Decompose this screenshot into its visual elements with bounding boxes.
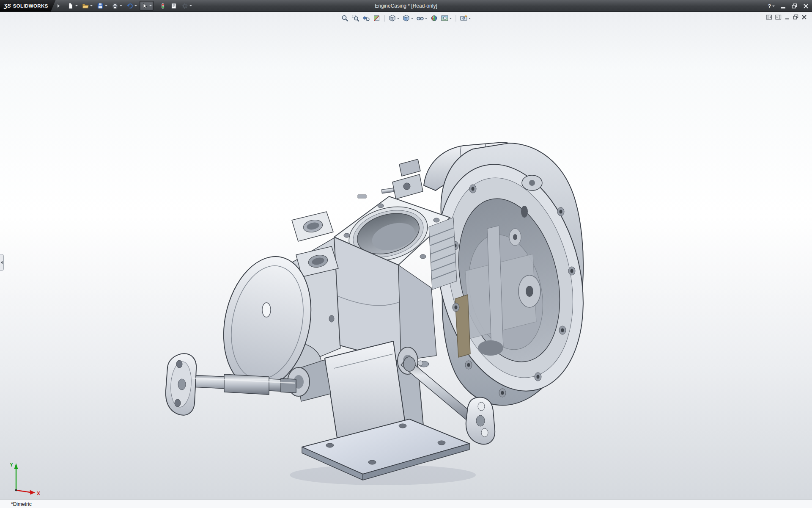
model-base-plate[interactable] [290,419,476,485]
save-button[interactable] [95,1,109,11]
rebuild-button[interactable] [158,1,168,11]
window-controls: ? [768,0,809,12]
open-dropdown-icon[interactable] [90,5,93,6]
doc-close-button[interactable] [801,14,807,20]
previous-view-button[interactable] [362,14,371,22]
edit-appearance-ball-icon [431,14,438,22]
open-folder-icon [82,3,89,9]
toolbar-separator [456,15,456,22]
restore-window-button[interactable] [790,2,798,10]
show-left-pane-button[interactable] [766,14,772,20]
solidworks-logo-mark: ƷS [4,3,11,9]
zoom-to-fit-button[interactable] [340,14,350,22]
graphics-area[interactable]: Y X [0,12,812,500]
zoom-to-area-icon [352,14,359,22]
solidworks-logo[interactable]: ƷS SOLIDWORKS [0,0,56,12]
view-orientation-cube-icon [389,14,396,22]
document-title: EngineCasing * [Read-only] [375,0,437,12]
document-window-controls [766,14,807,20]
main-toolbar [66,1,194,11]
view-settings-dropdown-icon[interactable] [469,18,471,19]
view-orientation-button[interactable] [388,14,401,22]
apply-scene-dropdown-icon[interactable] [450,18,452,19]
doc-minimize-icon [785,14,790,20]
rebuild-traffic-light-icon [159,3,166,9]
doc-close-icon [801,14,807,20]
save-icon [97,3,104,9]
new-document-button[interactable] [66,1,80,11]
display-style-icon [403,14,410,22]
zoom-to-area-button[interactable] [351,14,360,22]
print-icon [112,3,118,9]
apply-scene-icon [441,14,449,22]
doc-minimize-button[interactable] [785,14,790,20]
reference-triad: Y X [7,457,45,499]
new-document-icon [67,3,74,9]
display-style-dropdown-icon[interactable] [411,18,414,19]
headsup-view-toolbar [340,14,472,22]
view-orientation-label: *Dimetric [11,501,32,507]
close-icon [803,3,809,9]
new-document-dropdown-icon[interactable] [75,5,78,6]
hide-show-items-button[interactable] [416,14,428,22]
view-settings-icon [460,14,468,22]
solidworks-logo-text: SOLIDWORKS [13,3,48,8]
help-icon: ? [768,3,771,9]
view-settings-button[interactable] [459,14,472,22]
help-dropdown-icon[interactable] [772,6,775,7]
chevron-left-icon [1,261,3,264]
featuremanager-flyout-handle[interactable] [0,254,4,271]
select-dropdown-icon[interactable] [149,5,152,6]
restore-icon [792,3,797,9]
section-view-icon [373,14,381,22]
hide-show-items-glasses-icon [417,14,424,22]
file-properties-button[interactable] [169,1,179,11]
options-gear-icon [181,3,188,9]
undo-icon [126,3,133,9]
help-button[interactable]: ? [768,2,775,10]
triad-y-label: Y [10,462,13,468]
options-button[interactable] [180,1,194,11]
titlebar: ƷS SOLIDWORKS [0,0,812,12]
engine-casing-model[interactable] [0,12,812,500]
show-right-pane-icon [775,14,782,20]
edit-appearance-button[interactable] [430,14,439,22]
print-dropdown-icon[interactable] [120,5,122,6]
model-rocker-bracket[interactable] [358,159,423,199]
undo-dropdown-icon[interactable] [134,5,137,6]
previous-view-icon [362,14,370,22]
doc-restore-button[interactable] [793,14,798,20]
section-view-button[interactable] [372,14,381,22]
menu-flyout-arrow-icon[interactable] [58,4,60,8]
doc-restore-icon [793,14,798,20]
view-orientation-dropdown-icon[interactable] [397,18,400,19]
zoom-to-fit-icon [341,14,349,22]
select-button[interactable] [140,1,154,11]
display-style-button[interactable] [402,14,414,22]
file-properties-icon [170,3,177,9]
triad-x-label: X [37,491,40,497]
status-bar: *Dimetric [0,500,812,508]
apply-scene-button[interactable] [440,14,453,22]
minimize-window-button[interactable] [779,2,787,10]
print-button[interactable] [110,1,124,11]
show-right-pane-button[interactable] [775,14,782,20]
toolbar-separator [384,15,385,22]
options-dropdown-icon[interactable] [189,5,192,6]
select-arrow-icon [141,3,148,9]
minimize-icon [781,7,785,8]
open-button[interactable] [80,1,94,11]
undo-button[interactable] [125,1,139,11]
save-dropdown-icon[interactable] [105,5,107,6]
close-window-button[interactable] [802,2,809,10]
hide-show-items-dropdown-icon[interactable] [425,18,428,19]
show-left-pane-icon [766,14,772,20]
